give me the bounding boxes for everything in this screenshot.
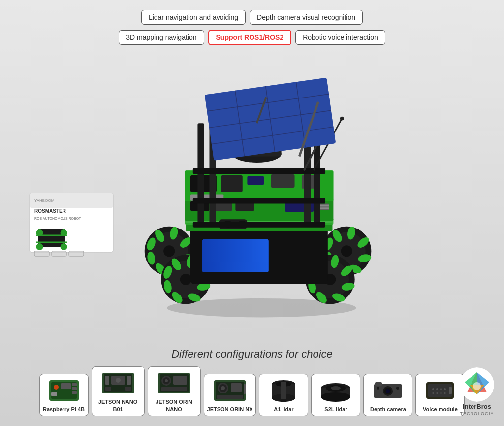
config-s2l-lidar: S2L lidar: [311, 374, 360, 416]
svg-point-48: [180, 274, 191, 285]
svg-point-156: [331, 386, 341, 390]
jetson-orin-nano-icon: [158, 371, 191, 395]
svg-point-177: [473, 382, 481, 390]
robot-section: YAHBOOM ROSMASTER ROS AUTONOMOUS ROBOT: [10, 50, 494, 348]
badges-row-2: 3D mapping navigation Support ROS1/ROS2 …: [119, 30, 385, 45]
svg-text:ROSMASTER: ROSMASTER: [34, 208, 66, 214]
interbros-name: InterBros: [463, 403, 491, 410]
configs-title: Different configurations for choice: [171, 348, 333, 360]
svg-rect-121: [72, 383, 77, 386]
svg-point-174: [444, 392, 446, 394]
svg-rect-127: [105, 387, 111, 391]
voice-module-icon: [423, 378, 457, 403]
svg-rect-138: [161, 387, 187, 391]
svg-point-118: [54, 385, 59, 390]
svg-text:YAHBOOM: YAHBOOM: [34, 198, 55, 203]
interbros-subtitle: TECNOLOGIA: [460, 411, 494, 416]
svg-point-154: [321, 392, 350, 402]
svg-point-170: [432, 392, 434, 394]
svg-point-104: [340, 117, 344, 121]
svg-text:ROS AUTONOMOUS ROBOT: ROS AUTONOMOUS ROBOT: [34, 217, 81, 220]
svg-point-168: [436, 388, 438, 390]
config-depth-camera: Depth camera: [363, 374, 412, 416]
svg-rect-166: [428, 384, 452, 397]
svg-rect-123: [72, 391, 77, 394]
svg-point-26: [163, 245, 175, 257]
svg-rect-130: [127, 376, 131, 385]
svg-rect-119: [61, 383, 71, 389]
svg-rect-84: [247, 176, 264, 185]
interbros-logo: InterBros TECNOLOGIA: [460, 367, 494, 416]
badge-mapping-nav: 3D mapping navigation: [119, 30, 204, 45]
svg-point-131: [116, 378, 121, 383]
svg-rect-145: [217, 395, 243, 399]
svg-point-11: [61, 229, 67, 236]
config-voice-module: Voice module: [415, 374, 465, 416]
s2l-lidar-icon: [319, 378, 352, 403]
svg-rect-144: [231, 383, 242, 392]
svg-rect-120: [51, 392, 57, 396]
svg-rect-151: [281, 382, 286, 399]
svg-point-161: [386, 389, 390, 393]
svg-rect-146: [244, 384, 246, 394]
svg-rect-96: [193, 222, 325, 228]
svg-rect-85: [271, 174, 294, 188]
badge-depth-cam: Depth camera visual recognition: [250, 10, 363, 25]
product-box: YAHBOOM ROSMASTER ROS AUTONOMOUS ROBOT: [25, 183, 123, 262]
config-rpi4b: Raspberry Pi 4B: [39, 374, 89, 416]
svg-point-163: [396, 387, 399, 390]
a1-lidar-label: A1 lidar: [274, 406, 293, 413]
svg-rect-137: [173, 376, 187, 385]
voice-module-label: Voice module: [423, 406, 458, 413]
page-container: Lidar navigation and avoiding Depth came…: [0, 0, 504, 426]
config-jetson-orin-nano: JETSON ORIN NANO: [148, 366, 201, 416]
config-jetson-nano-b01: JETSON NANO B01: [92, 366, 145, 416]
svg-point-8: [36, 243, 43, 250]
jetson-orin-nano-label: JETSON ORIN NANO: [151, 398, 197, 413]
jetson-nano-b01-icon: [101, 371, 135, 395]
svg-rect-64: [202, 239, 269, 272]
svg-rect-83: [221, 175, 243, 192]
svg-point-143: [221, 386, 225, 390]
svg-point-172: [440, 392, 442, 394]
jetson-orin-nx-icon: [213, 378, 247, 403]
svg-point-162: [377, 387, 379, 390]
config-jetson-orin-nx: JETSON ORIN NX: [204, 374, 256, 416]
config-a1-lidar: A1 lidar: [259, 374, 308, 416]
svg-point-173: [444, 388, 446, 390]
svg-rect-128: [125, 387, 131, 391]
a1-lidar-icon: [267, 378, 300, 403]
badge-lidar-nav: Lidar navigation and avoiding: [141, 10, 246, 25]
depth-camera-label: Depth camera: [370, 406, 406, 413]
jetson-nano-b01-label: JETSON NANO B01: [95, 398, 141, 413]
rpi4b-icon: [47, 378, 81, 403]
svg-point-167: [432, 388, 434, 390]
svg-point-9: [61, 243, 67, 250]
badge-voice: Robotic voice interaction: [295, 30, 385, 45]
bottom-section: Different configurations for choice: [10, 348, 494, 416]
jetson-orin-nx-label: JETSON ORIN NX: [207, 406, 253, 413]
s2l-lidar-label: S2L lidar: [324, 406, 347, 413]
interbros-circle-icon: [460, 367, 494, 402]
svg-rect-122: [72, 387, 77, 390]
svg-point-169: [440, 388, 442, 390]
depth-camera-icon: [371, 378, 405, 403]
svg-point-136: [165, 379, 168, 382]
svg-point-171: [436, 392, 438, 394]
badge-ros-support: Support ROS1/ROS2: [208, 30, 292, 45]
svg-point-10: [36, 229, 43, 236]
svg-point-37: [341, 245, 352, 257]
badges-row-1: Lidar navigation and avoiding Depth came…: [141, 10, 363, 25]
svg-rect-175: [449, 387, 452, 394]
configs-row: Raspberry Pi 4B JETSON NAN: [39, 366, 465, 416]
badges-container: Lidar navigation and avoiding Depth came…: [119, 10, 385, 45]
rpi4b-label: Raspberry Pi 4B: [43, 406, 85, 413]
svg-rect-95: [193, 198, 325, 204]
svg-rect-164: [375, 382, 382, 386]
robot-image: [109, 76, 395, 322]
svg-rect-7: [36, 242, 67, 244]
svg-rect-129: [105, 376, 109, 385]
